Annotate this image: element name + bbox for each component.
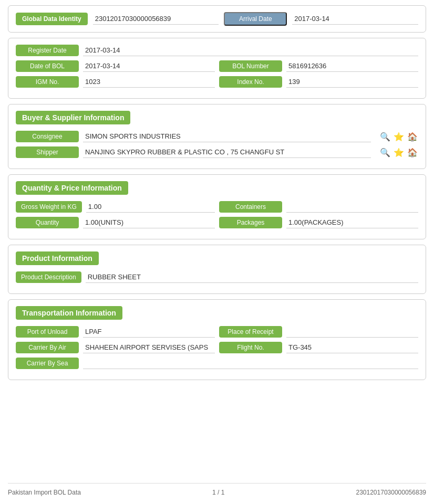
quantity-price-header: Quantity & Price Information xyxy=(16,181,128,195)
carrier-air-group: Carrier By Air SHAHEEN AIRPORT SERVISES … xyxy=(16,342,215,353)
index-no-label: Index No. xyxy=(219,76,282,88)
flight-no-value: TG-345 xyxy=(286,342,418,353)
transportation-header: Transportation Information xyxy=(16,306,122,320)
footer-bar: Pakistan Import BOL Data 1 / 1 230120170… xyxy=(8,483,426,499)
containers-group: Containers xyxy=(219,201,418,213)
quantity-label: Quantity xyxy=(16,217,79,228)
igm-index-row: IGM No. 1023 Index No. 139 xyxy=(16,76,418,88)
carrier-by-air-value: SHAHEEN AIRPORT SERVISES (SAPS xyxy=(83,342,215,353)
consignee-icons: 🔍 ⭐ 🏠 xyxy=(379,131,418,142)
bol-number-label: BOL Number xyxy=(219,60,282,72)
carrier-flight-row: Carrier By Air SHAHEEN AIRPORT SERVISES … xyxy=(16,342,418,353)
product-description-value: RUBBER SHEET xyxy=(86,271,418,283)
register-date-row: Register Date 2017-03-14 xyxy=(16,45,418,56)
containers-value xyxy=(286,201,418,213)
igm-no-label: IGM No. xyxy=(16,76,79,88)
global-identity-card: Global Data Identity 2301201703000005683… xyxy=(8,5,426,33)
register-info-card: Register Date 2017-03-14 Date of BOL 201… xyxy=(8,38,426,99)
global-identity-value: 23012017030000056839 xyxy=(93,13,219,25)
shipper-star-icon[interactable]: ⭐ xyxy=(393,146,405,158)
place-receipt-group: Place of Receipt xyxy=(219,326,418,338)
shipper-search-icon[interactable]: 🔍 xyxy=(379,146,391,158)
bol-number-group: BOL Number 5816912636 xyxy=(219,60,418,72)
carrier-by-sea-value xyxy=(83,358,418,369)
flight-no-group: Flight No. TG-345 xyxy=(219,342,418,353)
place-of-receipt-value xyxy=(286,326,418,338)
product-description-label: Product Description xyxy=(16,271,81,283)
carrier-by-sea-label: Carrier By Sea xyxy=(16,358,79,369)
igm-group: IGM No. 1023 xyxy=(16,76,215,88)
global-identity-row: Global Data Identity 2301201703000005683… xyxy=(16,12,418,26)
consignee-label: Consignee xyxy=(16,131,79,142)
buyer-supplier-header: Buyer & Supplier Information xyxy=(16,111,130,124)
arrival-date-value: 2017-03-14 xyxy=(292,13,418,25)
packages-label: Packages xyxy=(219,217,282,228)
gross-weight-value: 1.00 xyxy=(86,201,215,213)
port-receipt-row: Port of Unload LPAF Place of Receipt xyxy=(16,326,418,338)
port-unload-group: Port of Unload LPAF xyxy=(16,326,215,338)
buyer-supplier-card: Buyer & Supplier Information Consignee S… xyxy=(8,104,426,169)
gross-weight-label: Gross Weight in KG xyxy=(16,201,82,213)
shipper-label: Shipper xyxy=(16,146,79,158)
carrier-by-air-label: Carrier By Air xyxy=(16,342,79,353)
index-no-group: Index No. 139 xyxy=(219,76,418,88)
consignee-search-icon[interactable]: 🔍 xyxy=(379,131,391,142)
place-of-receipt-label: Place of Receipt xyxy=(219,326,282,338)
arrival-date-button[interactable]: Arrival Date xyxy=(224,12,287,26)
date-bol-row: Date of BOL 2017-03-14 BOL Number 581691… xyxy=(16,60,418,72)
date-bol-group: Date of BOL 2017-03-14 xyxy=(16,60,215,72)
port-of-unload-value: LPAF xyxy=(83,326,215,338)
shipper-value: NANJING SKYPRO RUBBER & PLASTIC CO , 75 … xyxy=(83,146,371,158)
quantity-packages-row: Quantity 1.00(UNITS) Packages 1.00(PACKA… xyxy=(16,217,418,228)
containers-label: Containers xyxy=(219,201,282,213)
shipper-icons: 🔍 ⭐ 🏠 xyxy=(379,146,418,158)
page-wrapper: Global Data Identity 2301201703000005683… xyxy=(0,0,434,504)
consignee-home-icon[interactable]: 🏠 xyxy=(407,131,418,142)
footer-left: Pakistan Import BOL Data xyxy=(8,489,81,496)
carrier-sea-row: Carrier By Sea xyxy=(16,358,418,369)
product-info-card: Product Information Product Description … xyxy=(8,245,426,294)
register-date-label: Register Date xyxy=(16,45,79,56)
consignee-row: Consignee SIMON SPORTS INDUSTRIES 🔍 ⭐ 🏠 xyxy=(16,131,418,142)
bol-number-value: 5816912636 xyxy=(286,60,418,72)
consignee-star-icon[interactable]: ⭐ xyxy=(393,131,405,142)
transportation-card: Transportation Information Port of Unloa… xyxy=(8,299,426,380)
consignee-value: SIMON SPORTS INDUSTRIES xyxy=(83,131,371,142)
packages-group: Packages 1.00(PACKAGES) xyxy=(219,217,418,228)
packages-value: 1.00(PACKAGES) xyxy=(286,217,418,228)
product-description-row: Product Description RUBBER SHEET xyxy=(16,271,418,283)
quantity-group: Quantity 1.00(UNITS) xyxy=(16,217,215,228)
shipper-home-icon[interactable]: 🏠 xyxy=(407,146,418,158)
index-no-value: 139 xyxy=(286,76,418,88)
igm-no-value: 1023 xyxy=(83,76,215,88)
register-date-value: 2017-03-14 xyxy=(83,45,418,56)
date-of-bol-value: 2017-03-14 xyxy=(83,60,215,72)
footer-center: 1 / 1 xyxy=(212,489,224,496)
global-identity-label: Global Data Identity xyxy=(16,13,88,25)
shipper-row: Shipper NANJING SKYPRO RUBBER & PLASTIC … xyxy=(16,146,418,158)
port-of-unload-label: Port of Unload xyxy=(16,326,79,338)
footer-right: 23012017030000056839 xyxy=(356,489,426,496)
product-info-header: Product Information xyxy=(16,251,99,265)
flight-no-label: Flight No. xyxy=(219,342,282,353)
gross-weight-group: Gross Weight in KG 1.00 xyxy=(16,201,215,213)
date-of-bol-label: Date of BOL xyxy=(16,60,79,72)
quantity-value: 1.00(UNITS) xyxy=(83,217,215,228)
quantity-price-card: Quantity & Price Information Gross Weigh… xyxy=(8,174,426,239)
gross-containers-row: Gross Weight in KG 1.00 Containers xyxy=(16,201,418,213)
